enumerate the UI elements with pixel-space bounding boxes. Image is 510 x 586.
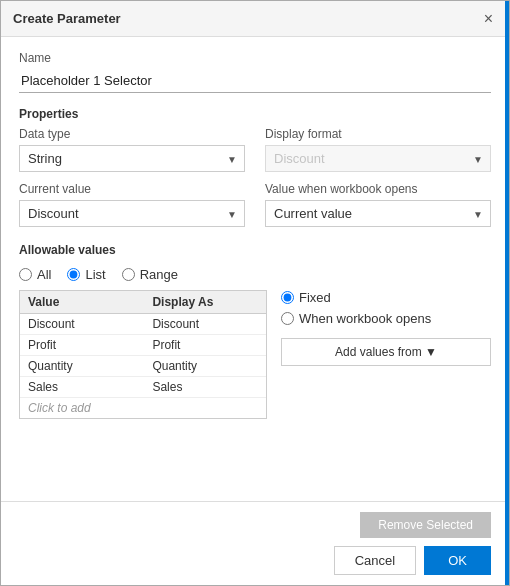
fixed-radio-group: Fixed When workbook opens [281,290,491,326]
remove-row: Remove Selected [19,512,491,538]
dialog-body: Name Properties Data type String Integer… [1,37,509,501]
radio-range-label: Range [140,267,178,282]
radio-all-label: All [37,267,51,282]
when-opens-select[interactable]: Current value Prompt user [265,200,491,227]
table-row[interactable]: Profit Profit [20,335,266,356]
dialog-titlebar: Create Parameter × [1,1,509,37]
data-type-label: Data type [19,127,245,141]
radio-fixed[interactable]: Fixed [281,290,491,305]
current-value-select-wrap: Discount Profit Quantity Sales ▼ [19,200,245,227]
cancel-button[interactable]: Cancel [334,546,416,575]
ok-button[interactable]: OK [424,546,491,575]
display-cell: Sales [144,377,266,398]
add-values-button[interactable]: Add values from ▼ [281,338,491,366]
value-cell: Sales [20,377,144,398]
table-row[interactable]: Discount Discount [20,314,266,335]
add-values-label: Add values from ▼ [335,345,437,359]
value-cell: Profit [20,335,144,356]
when-opens-select-wrap: Current value Prompt user ▼ [265,200,491,227]
col-display-header: Display As [144,291,266,314]
remove-selected-button[interactable]: Remove Selected [360,512,491,538]
display-cell: Discount [144,314,266,335]
radio-range[interactable]: Range [122,267,178,282]
current-value-label: Current value [19,182,245,196]
display-cell: Profit [144,335,266,356]
display-format-col: Display format Discount ▼ [265,127,491,172]
allowable-values-label: Allowable values [19,243,491,257]
table-row[interactable]: Quantity Quantity [20,356,266,377]
radio-fixed-label: Fixed [299,290,331,305]
data-type-col: Data type String Integer Float ▼ [19,127,245,172]
action-row: Cancel OK [19,546,491,575]
value-cell: Discount [20,314,144,335]
allowable-radio-group: All List Range [19,267,491,282]
radio-when-workbook-opens[interactable]: When workbook opens [281,311,491,326]
table-row[interactable]: Sales Sales [20,377,266,398]
right-panel: Fixed When workbook opens Add values fro… [281,290,491,419]
display-format-select[interactable]: Discount [265,145,491,172]
name-input[interactable] [19,69,491,93]
display-format-label: Display format [265,127,491,141]
radio-when-workbook-opens-label: When workbook opens [299,311,431,326]
name-label: Name [19,51,491,65]
display-cell: Quantity [144,356,266,377]
radio-list-label: List [85,267,105,282]
values-table: Value Display As Discount Discount Profi… [19,290,267,419]
when-opens-label: Value when workbook opens [265,182,491,196]
col-value-header: Value [20,291,144,314]
current-value-select[interactable]: Discount Profit Quantity Sales [19,200,245,227]
click-to-add-label[interactable]: Click to add [20,398,144,419]
data-type-display-format-row: Data type String Integer Float ▼ Display… [19,127,491,172]
display-format-select-wrap: Discount ▼ [265,145,491,172]
current-value-col: Current value Discount Profit Quantity S… [19,182,245,227]
values-content-area: Value Display As Discount Discount Profi… [19,290,491,419]
click-to-add-row[interactable]: Click to add [20,398,266,419]
close-button[interactable]: × [480,9,497,29]
current-value-when-opens-row: Current value Discount Profit Quantity S… [19,182,491,227]
properties-section-title: Properties [19,107,491,121]
create-parameter-dialog: Create Parameter × Name Properties Data … [0,0,510,586]
blue-accent-bar [505,1,509,585]
value-cell: Quantity [20,356,144,377]
dialog-footer: Remove Selected Cancel OK [1,501,509,585]
data-type-select-wrap: String Integer Float ▼ [19,145,245,172]
data-type-select[interactable]: String Integer Float [19,145,245,172]
radio-list[interactable]: List [67,267,105,282]
radio-all[interactable]: All [19,267,51,282]
dialog-title: Create Parameter [13,11,121,26]
when-opens-col: Value when workbook opens Current value … [265,182,491,227]
